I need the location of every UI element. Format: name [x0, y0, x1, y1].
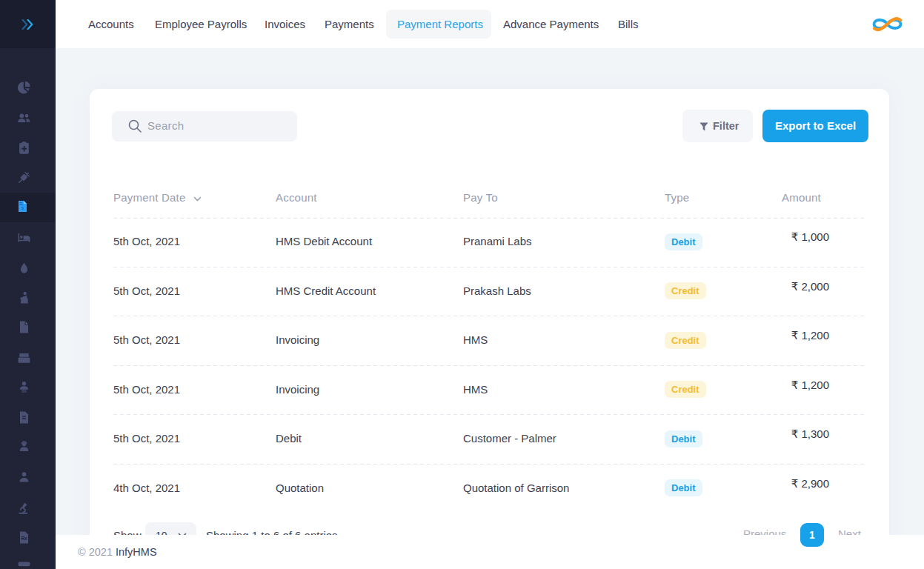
svg-text:60: 60	[21, 389, 27, 393]
svg-text:Rx: Rx	[21, 536, 27, 541]
